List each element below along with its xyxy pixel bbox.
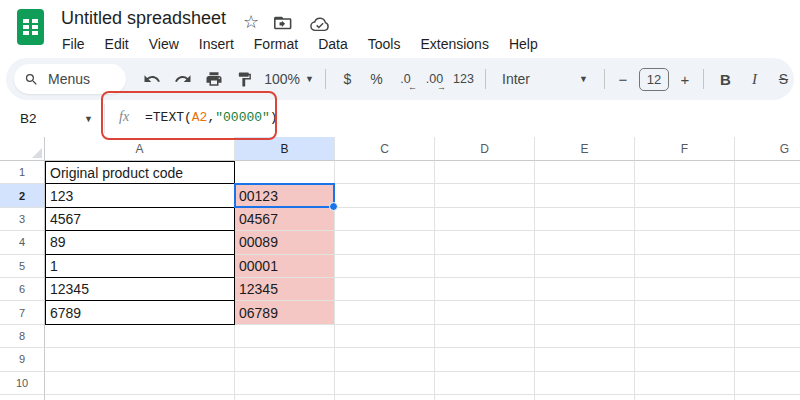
zoom-dropdown[interactable]: 100% ▼: [260, 71, 318, 87]
font-family-dropdown[interactable]: Inter ▼: [493, 71, 597, 87]
cell-e5[interactable]: [535, 255, 635, 278]
cell-g11[interactable]: [735, 395, 800, 400]
row-header-9[interactable]: 9: [0, 348, 45, 371]
cell-e4[interactable]: [535, 231, 635, 254]
cell-d2[interactable]: [435, 184, 535, 207]
sheets-logo-icon[interactable]: [17, 9, 44, 45]
cell-c9[interactable]: [335, 348, 435, 371]
bold-button[interactable]: B: [711, 64, 740, 94]
cell-c5[interactable]: [335, 255, 435, 278]
cell-f11[interactable]: [635, 395, 735, 400]
column-header-c[interactable]: C: [335, 137, 435, 161]
menus-search-button[interactable]: Menus: [14, 64, 126, 94]
strikethrough-button[interactable]: S: [769, 64, 798, 94]
cell-e3[interactable]: [535, 208, 635, 231]
cell-g2[interactable]: [735, 184, 800, 207]
cell-e9[interactable]: [535, 348, 635, 371]
column-header-b[interactable]: B: [235, 137, 335, 161]
row-header-5[interactable]: 5: [0, 255, 45, 278]
column-header-a[interactable]: A: [45, 137, 235, 161]
cell-f6[interactable]: [635, 278, 735, 301]
cell-c10[interactable]: [335, 372, 435, 395]
cell-f10[interactable]: [635, 372, 735, 395]
cell-f5[interactable]: [635, 255, 735, 278]
currency-format-button[interactable]: $: [333, 64, 362, 94]
font-size-input[interactable]: 12: [639, 68, 669, 91]
cell-e8[interactable]: [535, 325, 635, 348]
cell-b7[interactable]: 06789: [235, 301, 335, 324]
menu-extensions[interactable]: Extensions: [410, 32, 498, 56]
menu-data[interactable]: Data: [308, 32, 358, 56]
menu-edit[interactable]: Edit: [95, 32, 139, 56]
column-header-d[interactable]: D: [435, 137, 535, 161]
cell-a10[interactable]: [45, 372, 235, 395]
decrease-decimal-button[interactable]: .0 ←: [391, 64, 420, 94]
cell-d8[interactable]: [435, 325, 535, 348]
cell-e11[interactable]: [535, 395, 635, 400]
cell-b11[interactable]: [235, 395, 335, 400]
cell-a7[interactable]: 6789: [45, 301, 235, 324]
cell-g4[interactable]: [735, 231, 800, 254]
cell-a5[interactable]: 1: [45, 255, 235, 278]
cell-c8[interactable]: [335, 325, 435, 348]
name-box[interactable]: B2: [20, 100, 37, 137]
cell-f4[interactable]: [635, 231, 735, 254]
cell-d4[interactable]: [435, 231, 535, 254]
cell-d9[interactable]: [435, 348, 535, 371]
column-header-g[interactable]: G: [735, 137, 800, 161]
cell-c1[interactable]: [335, 161, 435, 184]
cell-g9[interactable]: [735, 348, 800, 371]
cell-g6[interactable]: [735, 278, 800, 301]
cell-a4[interactable]: 89: [45, 231, 235, 254]
row-header-3[interactable]: 3: [0, 208, 45, 231]
cell-c11[interactable]: [335, 395, 435, 400]
cell-a11[interactable]: [45, 395, 235, 400]
cell-b4[interactable]: 00089: [235, 231, 335, 254]
cell-c3[interactable]: [335, 208, 435, 231]
row-header-6[interactable]: 6: [0, 278, 45, 301]
cell-a1[interactable]: Original product code: [45, 161, 235, 184]
redo-button[interactable]: [167, 64, 198, 94]
cell-e6[interactable]: [535, 278, 635, 301]
row-header-1[interactable]: 1: [0, 161, 45, 184]
cell-b1[interactable]: [235, 161, 335, 184]
cell-f3[interactable]: [635, 208, 735, 231]
cell-d11[interactable]: [435, 395, 535, 400]
more-formats-button[interactable]: 123: [449, 64, 478, 94]
cell-b2[interactable]: 00123: [235, 184, 335, 207]
row-header-10[interactable]: 10: [0, 372, 45, 395]
cell-g5[interactable]: [735, 255, 800, 278]
cell-b3[interactable]: 04567: [235, 208, 335, 231]
cell-b9[interactable]: [235, 348, 335, 371]
cell-d5[interactable]: [435, 255, 535, 278]
cell-f9[interactable]: [635, 348, 735, 371]
cell-b10[interactable]: [235, 372, 335, 395]
menu-view[interactable]: View: [139, 32, 189, 56]
cell-c2[interactable]: [335, 184, 435, 207]
cell-e1[interactable]: [535, 161, 635, 184]
cell-c7[interactable]: [335, 301, 435, 324]
cell-a2[interactable]: 123: [45, 184, 235, 207]
cell-g3[interactable]: [735, 208, 800, 231]
cell-c6[interactable]: [335, 278, 435, 301]
cell-d1[interactable]: [435, 161, 535, 184]
row-header-7[interactable]: 7: [0, 301, 45, 324]
chevron-down-icon[interactable]: ▼: [84, 114, 93, 124]
menu-file[interactable]: File: [52, 32, 95, 56]
cell-a9[interactable]: [45, 348, 235, 371]
menu-tools[interactable]: Tools: [358, 32, 411, 56]
percent-format-button[interactable]: %: [362, 64, 391, 94]
undo-button[interactable]: [136, 64, 167, 94]
cell-c4[interactable]: [335, 231, 435, 254]
cell-f7[interactable]: [635, 301, 735, 324]
cell-g7[interactable]: [735, 301, 800, 324]
row-header-2[interactable]: 2: [0, 184, 45, 207]
cell-f2[interactable]: [635, 184, 735, 207]
cell-f8[interactable]: [635, 325, 735, 348]
decrease-font-size-button[interactable]: −: [612, 64, 634, 94]
cell-d7[interactable]: [435, 301, 535, 324]
cell-b6[interactable]: 12345: [235, 278, 335, 301]
cell-a6[interactable]: 12345: [45, 278, 235, 301]
document-title[interactable]: Untitled spreadsheet: [61, 8, 226, 29]
row-header-4[interactable]: 4: [0, 231, 45, 254]
